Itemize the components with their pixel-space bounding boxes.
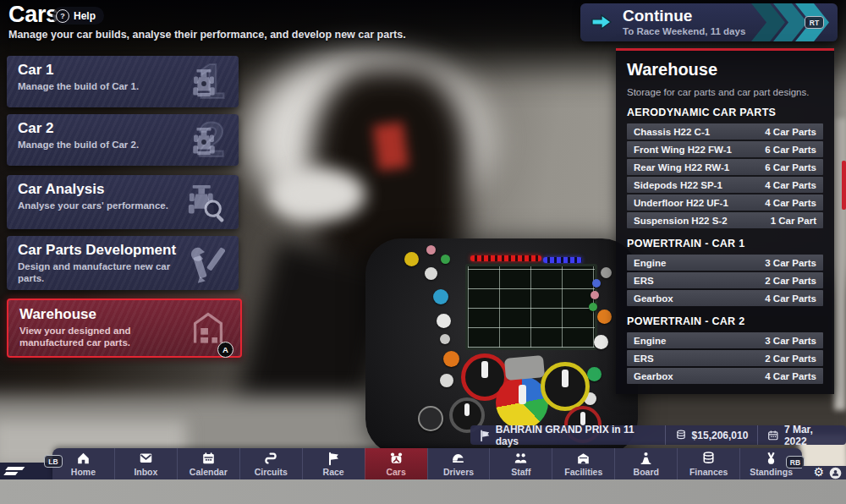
tab-label: Staff xyxy=(511,467,530,477)
money-icon xyxy=(675,429,687,441)
game-screen: Cars ? Help Manage your car builds, anal… xyxy=(0,0,846,504)
menu-item-car-parts-development[interactable]: Car Parts Development Design and manufac… xyxy=(7,236,239,290)
menu-item-car-analysis[interactable]: Car Analysis Analyse your cars' performa… xyxy=(7,175,239,229)
part-name: Suspension H22 S-2 xyxy=(634,216,728,226)
part-count: 4 Car Parts xyxy=(765,198,816,208)
floor xyxy=(0,479,846,504)
wheel-rotary xyxy=(418,406,443,431)
section-header: POWERTRAIN - CAR 1 xyxy=(627,238,823,249)
gamepad-a-badge: A xyxy=(217,342,233,358)
f1-manager-logo xyxy=(6,467,25,470)
part-row: Engine3 Car Parts xyxy=(627,255,823,271)
wheel-knob xyxy=(541,362,590,411)
menu-item-title: Car Parts Development xyxy=(18,242,176,259)
date-value: 7 Mar, 2022 xyxy=(784,424,837,447)
wheel-button xyxy=(601,267,612,278)
calendar-icon xyxy=(201,451,217,466)
panel-title: Warehouse xyxy=(627,60,823,79)
tab-finances[interactable]: Finances xyxy=(677,448,739,479)
menu-item-warehouse[interactable]: Warehouse View your designed and manufac… xyxy=(7,299,242,358)
tab-facilities[interactable]: Facilities xyxy=(552,448,614,479)
tab-cars[interactable]: Cars xyxy=(365,448,427,479)
settings-gear-icon[interactable]: ⚙ xyxy=(813,466,824,478)
menu-item-car-1[interactable]: 1 Car 1 Manage the build of Car 1. xyxy=(7,56,239,107)
tab-circuits[interactable]: Circuits xyxy=(239,448,302,479)
part-count: 2 Car Parts xyxy=(765,353,816,364)
menu-item-desc: Design and manufacture new car parts. xyxy=(18,260,183,285)
section-header: POWERTRAIN - CAR 2 xyxy=(627,315,823,327)
part-count: 1 Car Part xyxy=(771,216,816,226)
part-count: 4 Car Parts xyxy=(765,293,816,304)
part-count: 4 Car Parts xyxy=(765,127,816,137)
menu-item-car-2[interactable]: 2 Car 2 Manage the build of Car 2. xyxy=(7,114,239,166)
arrow-right-icon xyxy=(591,13,613,31)
wheel-button xyxy=(587,367,602,381)
menu-item-desc: View your designed and manufactured car … xyxy=(19,325,184,349)
tab-staff[interactable]: Staff xyxy=(489,448,552,479)
wheel-button xyxy=(404,252,419,266)
page-title: Cars xyxy=(8,2,58,28)
wheel-button xyxy=(437,314,451,328)
tab-label: Cars xyxy=(386,467,405,477)
menu-item-title: Car 1 xyxy=(18,62,54,79)
part-count: 6 Car Parts xyxy=(765,145,816,155)
budget-status: $15,206,010 xyxy=(665,425,758,445)
tab-inbox[interactable]: Inbox xyxy=(114,448,177,479)
menu-item-title: Car 2 xyxy=(18,120,54,137)
led-strip-blue xyxy=(543,257,582,263)
part-count: 3 Car Parts xyxy=(765,336,816,346)
menu-item-title: Warehouse xyxy=(19,306,96,323)
part-name: Front Wing H22 FW-1 xyxy=(634,145,732,155)
tab-calendar[interactable]: Calendar xyxy=(177,448,239,479)
tab-label: Inbox xyxy=(134,467,157,477)
tab-board[interactable]: Board xyxy=(614,448,677,479)
support-headset-icon[interactable] xyxy=(829,467,842,479)
next-race-label: BAHRAIN GRAND PRIX in 11 days xyxy=(496,424,656,447)
help-button[interactable]: ? Help xyxy=(52,7,104,25)
car-1-icon xyxy=(190,68,218,100)
scrollbar-thumb[interactable] xyxy=(842,161,846,210)
medal-icon xyxy=(763,451,779,466)
menu-item-desc: Manage the build of Car 2. xyxy=(18,139,183,151)
continue-sublabel: To Race Weekend, 11 days xyxy=(623,26,745,36)
wheel-button xyxy=(433,289,448,304)
f1-manager-logo xyxy=(4,472,19,475)
tab-drivers[interactable]: Drivers xyxy=(427,448,490,479)
tab-label: Race xyxy=(323,467,344,477)
tab-label: Finances xyxy=(689,467,728,477)
wheel-button xyxy=(591,291,599,299)
part-count: 4 Car Parts xyxy=(765,371,816,381)
car-analysis-icon xyxy=(186,184,227,222)
wheel-display xyxy=(465,264,597,350)
wheel-button xyxy=(597,310,612,324)
part-count: 2 Car Parts xyxy=(765,276,816,286)
tab-label: Drivers xyxy=(443,467,474,477)
part-name: Rear Wing H22 RW-1 xyxy=(634,162,729,173)
wheel-button xyxy=(425,267,437,280)
part-row: ERS2 Car Parts xyxy=(627,350,823,366)
flag-icon xyxy=(326,451,342,466)
wheel-button xyxy=(594,335,608,349)
part-row: Front Wing H22 FW-16 Car Parts xyxy=(627,141,823,157)
part-name: Gearbox xyxy=(634,371,673,381)
tab-race[interactable]: Race xyxy=(302,448,365,479)
part-name: Underfloor H22 UF-1 xyxy=(634,198,728,208)
continue-button[interactable]: Continue To Race Weekend, 11 days RT xyxy=(580,3,838,41)
part-name: Gearbox xyxy=(634,293,673,304)
panel-subtitle: Storage for car parts and car part desig… xyxy=(627,87,823,97)
warehouse-panel: Warehouse Storage for car parts and car … xyxy=(616,48,834,394)
menu-item-title: Car Analysis xyxy=(18,181,104,198)
car-2-icon xyxy=(190,126,218,158)
staff-icon xyxy=(513,451,529,466)
helmet-icon xyxy=(450,451,466,466)
status-bar: BAHRAIN GRAND PRIX in 11 days $15,206,01… xyxy=(470,425,846,445)
budget-value: $15,206,010 xyxy=(692,430,749,441)
help-label: Help xyxy=(74,10,96,22)
part-count: 3 Car Parts xyxy=(765,258,816,268)
continue-label: Continue xyxy=(623,7,692,25)
calendar-icon xyxy=(767,430,779,441)
wrench-pencil-icon xyxy=(188,244,225,283)
car-icon xyxy=(388,451,404,466)
part-row: Underfloor H22 UF-14 Car Parts xyxy=(627,194,823,211)
race-flag-icon xyxy=(480,430,491,441)
